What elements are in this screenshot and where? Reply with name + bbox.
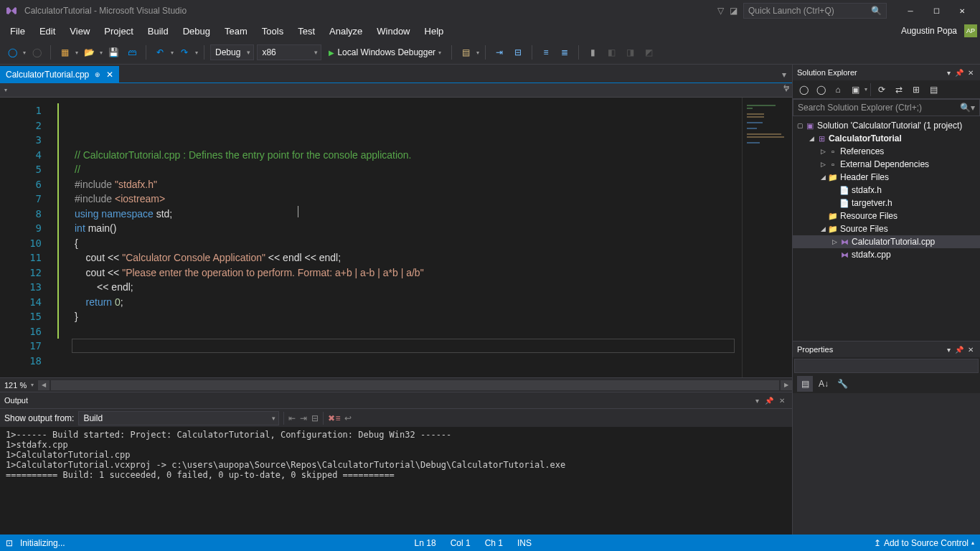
toolbar-btn-8[interactable]: ◨ [622,44,638,60]
props-close-icon[interactable]: ✕ [966,346,976,354]
se-back-button[interactable]: ◯ [796,82,811,98]
tree-node-header-files[interactable]: ◢📁Header Files [793,171,980,184]
redo-button[interactable]: ↷ [176,44,192,60]
save-all-button[interactable]: 🗃 [124,44,140,60]
split-handle-icon[interactable]: ⇆ [781,83,792,95]
code-line[interactable]: { [75,236,742,251]
pin-icon[interactable]: ⊕ [95,71,100,78]
menu-project[interactable]: Project [97,23,140,39]
menu-analyze[interactable]: Analyze [322,23,369,39]
code-line[interactable]: cout << "Please enter the operation to p… [75,265,742,281]
menu-file[interactable]: File [3,23,32,39]
se-showall-button[interactable]: ⊞ [908,82,924,98]
se-collapse-button[interactable]: ⇄ [891,82,907,98]
expand-icon[interactable]: ▷ [830,238,839,245]
code-line[interactable]: cout << "Calculator Console Application"… [75,250,742,265]
config-dropdown[interactable]: Debug [210,44,254,60]
props-categorized-button[interactable]: ▤ [797,376,813,392]
notifications-icon[interactable]: ▽ [717,6,724,16]
source-control-button[interactable]: ↥ Add to Source Control ▴ [874,538,974,548]
close-tab-icon[interactable]: ✕ [106,70,113,80]
menu-view[interactable]: View [62,23,97,39]
toolbar-btn-5[interactable]: ≣ [557,44,573,60]
menu-test[interactable]: Test [291,23,322,39]
output-clear-button[interactable]: ✖≡ [328,413,340,423]
menu-window[interactable]: Window [369,23,417,39]
output-text[interactable]: 1>------ Build started: Project: Calcula… [0,427,792,534]
code-line[interactable]: using namespace std; [75,207,742,222]
expand-icon[interactable]: ▷ [819,148,827,155]
feedback-icon[interactable]: ◪ [730,6,738,16]
tree-node-stdafx-h[interactable]: 📄stdafx.h [793,184,980,197]
output-btn-1[interactable]: ⇤ [288,413,296,423]
toolbar-btn-4[interactable]: ≡ [538,44,554,60]
minimize-button[interactable]: ─ [898,1,923,20]
se-home-button[interactable]: ⌂ [830,82,846,98]
menu-team[interactable]: Team [217,23,255,39]
expand-icon[interactable]: ▢ [796,122,804,129]
user-avatar[interactable]: AP [964,24,977,37]
zoom-level[interactable]: 121 % [0,381,31,390]
platform-dropdown[interactable]: x86 [257,44,321,60]
code-line[interactable]: // [75,162,742,177]
zoom-dropdown[interactable]: ▾ [31,382,38,388]
scroll-left[interactable]: ◀ [38,380,50,390]
save-button[interactable]: 💾 [105,44,121,60]
output-source-dropdown[interactable]: Build [78,411,279,425]
nav-back-button[interactable]: ◯ [4,44,20,60]
se-properties-button[interactable]: ▤ [925,82,941,98]
code-line[interactable]: } [75,309,742,324]
start-debugging-button[interactable]: ▶ Local Windows Debugger ▾ [324,44,446,60]
toolbar-btn-2[interactable]: ⇥ [491,44,507,60]
code-line[interactable]: #include <iostream> [75,192,742,207]
menu-edit[interactable]: Edit [32,23,62,39]
output-btn-2[interactable]: ⇥ [300,413,307,423]
se-refresh-button[interactable]: ⟳ [874,82,890,98]
expand-icon[interactable]: ◢ [819,174,827,181]
tree-node-resource-files[interactable]: 📁Resource Files [793,209,980,222]
se-sync-button[interactable]: ▣ [847,82,863,98]
props-wrench-button[interactable]: 🔧 [834,376,850,392]
output-btn-3[interactable]: ⊟ [311,413,319,423]
scroll-right[interactable]: ▶ [781,380,792,390]
minimap[interactable] [742,98,792,377]
code-editor[interactable]: // CalculatorTutorial.cpp : Defines the … [57,98,742,377]
user-name[interactable]: Augustin Popa [897,26,961,36]
toolbar-btn-6[interactable]: ▮ [585,44,600,60]
tab-dropdown[interactable]: ▾ [776,66,792,83]
menu-help[interactable]: Help [418,23,451,39]
hscroll-track[interactable] [51,380,779,390]
panel-close-icon[interactable]: ✕ [776,397,788,405]
tree-node-stdafx-cpp[interactable]: ⧓stdafx.cpp [793,248,980,261]
quick-launch-input[interactable]: Quick Launch (Ctrl+Q) 🔍 [743,3,887,19]
tree-node-solution-calculatortutorial-1-project-[interactable]: ▢▣Solution 'CalculatorTutorial' (1 proje… [793,119,980,132]
maximize-button[interactable]: ☐ [924,1,948,20]
undo-button[interactable]: ↶ [152,44,168,60]
menu-debug[interactable]: Debug [176,23,217,39]
tree-node-references[interactable]: ▷▫References [793,145,980,158]
expand-icon[interactable]: ◢ [807,135,816,142]
expand-icon[interactable]: ◢ [819,225,827,232]
se-fwd-button[interactable]: ◯ [813,82,829,98]
code-line[interactable]: int main() [75,221,742,236]
code-line[interactable]: #include "stdafx.h" [75,177,742,192]
tree-node-targetver-h[interactable]: 📄targetver.h [793,197,980,209]
tree-node-source-files[interactable]: ◢📁Source Files [793,222,980,235]
close-button[interactable]: ✕ [950,1,974,20]
output-wrap-button[interactable]: ↩ [344,413,352,423]
tree-node-calculatortutorial[interactable]: ◢⊞CalculatorTutorial [793,132,980,145]
toolbar-btn-3[interactable]: ⊟ [510,44,526,60]
se-close-icon[interactable]: ✕ [966,69,976,77]
expand-icon[interactable]: ▷ [819,161,827,168]
tab-active[interactable]: CalculatorTutorial.cpp ⊕ ✕ [0,66,119,83]
nav-fwd-button[interactable]: ◯ [29,44,44,60]
toolbar-btn-7[interactable]: ◧ [603,44,619,60]
status-char[interactable]: Ch 1 [478,538,510,548]
menu-build[interactable]: Build [141,23,176,39]
toolbar-btn-9[interactable]: ◩ [641,44,656,60]
panel-dropdown-icon[interactable]: ▾ [753,397,762,405]
status-col[interactable]: Col 1 [443,538,478,548]
code-line[interactable]: << endl; [75,280,742,295]
solution-search-input[interactable]: Search Solution Explorer (Ctrl+;) 🔍▾ [793,99,980,116]
code-line[interactable]: return 0; [75,295,742,310]
